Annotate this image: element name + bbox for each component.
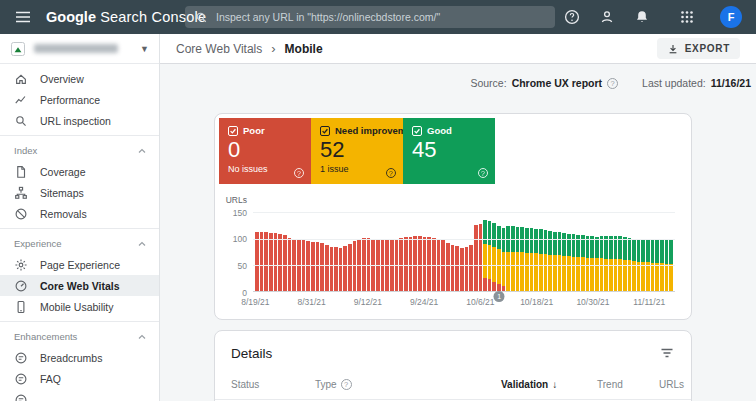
chart-bar[interactable]: [590, 212, 594, 291]
chart-bar[interactable]: [553, 212, 557, 291]
url-inspect-search-input[interactable]: Inspect any URL in "https://onlinecbdsto…: [185, 6, 555, 28]
chart-bar[interactable]: [292, 212, 296, 291]
status-checkbox-checked[interactable]: [412, 126, 422, 136]
chart-bar[interactable]: [632, 212, 636, 291]
status-block-poor[interactable]: Poor 0 No issues ?: [219, 118, 311, 184]
help-icon[interactable]: [564, 9, 580, 25]
property-selector[interactable]: ▼: [0, 34, 159, 64]
chart-bar[interactable]: [446, 212, 450, 291]
chart-bar[interactable]: [660, 212, 664, 291]
chart-bar[interactable]: [288, 212, 292, 291]
chart-bar[interactable]: [548, 212, 552, 291]
sidebar-item-url-inspection[interactable]: URL inspection: [0, 110, 159, 131]
chart-bar[interactable]: [595, 212, 599, 291]
chart-bar[interactable]: [418, 212, 422, 291]
chart-bar[interactable]: [320, 212, 324, 291]
chart-bar[interactable]: [395, 212, 399, 291]
chart-bar[interactable]: [316, 212, 320, 291]
status-checkbox-checked[interactable]: [228, 126, 238, 136]
chart-bar[interactable]: [297, 212, 301, 291]
sidebar-item-overview[interactable]: Overview: [0, 68, 159, 89]
chart-bar[interactable]: [502, 212, 506, 291]
chart-bar[interactable]: [609, 212, 613, 291]
export-button[interactable]: EXPORT: [657, 38, 740, 59]
column-trend[interactable]: Trend: [597, 379, 659, 390]
sidebar-section-experience[interactable]: Experience: [0, 233, 159, 254]
chart-bar[interactable]: [623, 212, 627, 291]
sidebar-item-breadcrumbs[interactable]: Breadcrumbs: [0, 347, 159, 368]
chart-bar[interactable]: [600, 212, 604, 291]
chart-bar[interactable]: [576, 212, 580, 291]
chart-bar[interactable]: [371, 212, 375, 291]
chart-bar[interactable]: [404, 212, 408, 291]
column-urls[interactable]: URLs: [659, 379, 684, 390]
chart-bar[interactable]: [330, 212, 334, 291]
chart-bar[interactable]: [283, 212, 287, 291]
chart-bar[interactable]: [534, 212, 538, 291]
chart-bar[interactable]: [423, 212, 427, 291]
sidebar-item-removals[interactable]: Removals: [0, 203, 159, 224]
chart-bar[interactable]: [567, 212, 571, 291]
column-validation[interactable]: Validation↓: [501, 379, 597, 390]
chart-bar[interactable]: [641, 212, 645, 291]
sidebar-item-faq[interactable]: FAQ: [0, 368, 159, 389]
type-help-icon[interactable]: ?: [341, 379, 352, 390]
chart-bar[interactable]: [357, 212, 361, 291]
sidebar-item-mobile-usability[interactable]: Mobile Usability: [0, 296, 159, 317]
chart-bar[interactable]: [353, 212, 357, 291]
chart-bar[interactable]: [479, 212, 483, 291]
chart-bar[interactable]: [306, 212, 310, 291]
chart-bar[interactable]: [558, 212, 562, 291]
sidebar-item-page-experience[interactable]: Page Experience: [0, 254, 159, 275]
chart-bar[interactable]: [651, 212, 655, 291]
status-help-icon[interactable]: ?: [294, 168, 304, 178]
status-block-need-improvement[interactable]: Need improvement 52 1 issue ?: [311, 118, 403, 184]
chart-bar[interactable]: [260, 212, 264, 291]
chart-bar[interactable]: [339, 212, 343, 291]
column-type[interactable]: Type?: [315, 379, 501, 390]
chart-bar[interactable]: [646, 212, 650, 291]
chart-bar[interactable]: [343, 212, 347, 291]
chart-bar[interactable]: [669, 212, 673, 291]
chart-bar[interactable]: [572, 212, 576, 291]
chart-bar[interactable]: [562, 212, 566, 291]
chart-bar[interactable]: [413, 212, 417, 291]
filter-list-icon[interactable]: [659, 345, 675, 361]
hamburger-menu-icon[interactable]: [14, 8, 32, 26]
manage-account-icon[interactable]: [599, 9, 615, 25]
sidebar-item-sitemaps[interactable]: Sitemaps: [0, 182, 159, 203]
chart-bar[interactable]: [465, 212, 469, 291]
chart-bar[interactable]: [367, 212, 371, 291]
sidebar-item-performance[interactable]: Performance: [0, 89, 159, 110]
chart-bar[interactable]: [441, 212, 445, 291]
chart-bar[interactable]: [390, 212, 394, 291]
chart-bar[interactable]: [399, 212, 403, 291]
chart-bar[interactable]: [409, 212, 413, 291]
sidebar-section-index[interactable]: Index: [0, 140, 159, 161]
chart-bar[interactable]: [427, 212, 431, 291]
chart-bar[interactable]: [525, 212, 529, 291]
column-status[interactable]: Status: [231, 379, 315, 390]
chart-bar[interactable]: [334, 212, 338, 291]
chart-bar[interactable]: [451, 212, 455, 291]
chart-bar[interactable]: [278, 212, 282, 291]
chart-bar[interactable]: [348, 212, 352, 291]
chart-bar[interactable]: [437, 212, 441, 291]
chart-bar[interactable]: [381, 212, 385, 291]
status-block-good[interactable]: Good 45 ?: [403, 118, 495, 184]
chart-bar[interactable]: [530, 212, 534, 291]
chart-bar[interactable]: [497, 212, 501, 291]
chart-bar[interactable]: [264, 212, 268, 291]
user-avatar[interactable]: F: [720, 6, 742, 28]
source-help-icon[interactable]: ?: [607, 78, 618, 89]
chart-bar[interactable]: [665, 212, 669, 291]
chart-bar[interactable]: [492, 212, 496, 291]
chart-bar[interactable]: [581, 212, 585, 291]
sidebar-section-enhancements[interactable]: Enhancements: [0, 326, 159, 347]
sidebar-item-core-web-vitals[interactable]: Core Web Vitals: [0, 275, 159, 296]
chart-bar[interactable]: [544, 212, 548, 291]
chart-bar[interactable]: [604, 212, 608, 291]
chart-bar[interactable]: [469, 212, 473, 291]
chart-bar[interactable]: [460, 212, 464, 291]
chart-bar[interactable]: [302, 212, 306, 291]
